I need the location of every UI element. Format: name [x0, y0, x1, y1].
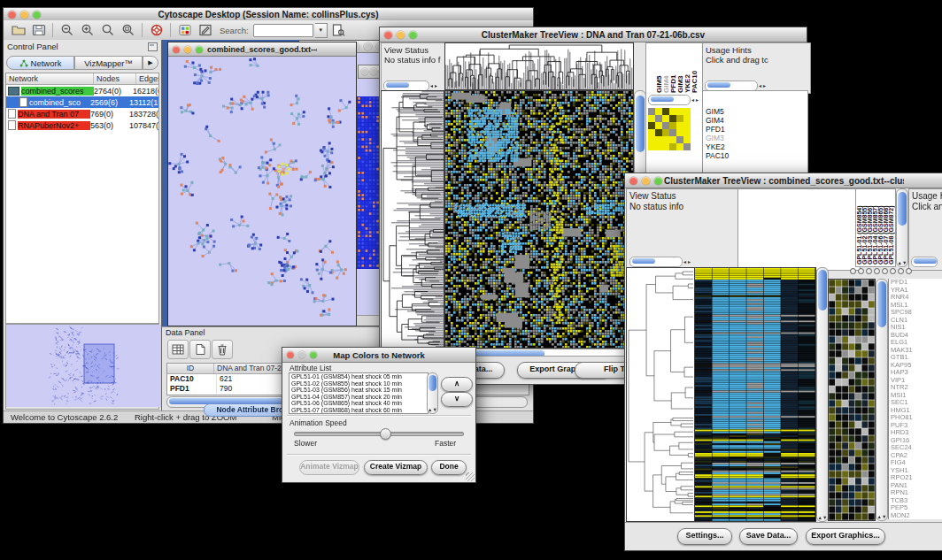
network-list-row[interactable]: DNA and Tran 07 769(0) 183728(0): [6, 108, 158, 119]
column-dendrogram-canvas[interactable]: [444, 42, 634, 90]
attribute-list-item[interactable]: GPL51-02 (GSM855) heat shock 10 min: [290, 380, 428, 387]
animation-speed-slider[interactable]: [294, 432, 464, 436]
search-dropdown-button[interactable]: ▼: [315, 23, 328, 38]
main-title-bar[interactable]: Cytoscape Desktop (Session Name: collins…: [4, 8, 533, 21]
treeview1-title-bar[interactable]: ClusterMaker TreeView : DNA and Tran 07-…: [380, 27, 807, 42]
network-name: combined_sco: [29, 98, 90, 107]
heatmap-canvas[interactable]: [444, 90, 634, 349]
close-button[interactable]: [287, 351, 294, 358]
summary-matrix-canvas[interactable]: [648, 108, 691, 150]
tab-network[interactable]: Network: [6, 56, 74, 70]
zoom-window-button[interactable]: [409, 31, 417, 39]
zoomed-heatmap-canvas[interactable]: [828, 279, 876, 521]
network-list-row[interactable]: combined_sco 2569(6) 13112(15): [6, 96, 158, 108]
gene-label[interactable]: YKE2: [706, 142, 807, 151]
network-graph-canvas[interactable]: [168, 57, 354, 325]
network-overview-canvas[interactable]: [6, 325, 161, 407]
done-button[interactable]: Done: [431, 460, 467, 475]
dialog-title-bar[interactable]: Map Colors to Network: [282, 348, 475, 363]
minimize-button[interactable]: [370, 68, 377, 75]
gene-label[interactable]: PFD1: [706, 125, 807, 134]
zoom-out-button[interactable]: [58, 22, 76, 39]
close-button[interactable]: [8, 11, 16, 19]
zoom-window-button[interactable]: [310, 351, 317, 358]
attribute-list-item[interactable]: GPL51-06 (GSM865) heat shock 40 min: [290, 400, 428, 407]
network-nodes-count: 2569(6): [90, 98, 129, 107]
gene-label[interactable]: PAC10: [706, 151, 807, 160]
column-labels-vscrollbar[interactable]: ▲▼: [896, 188, 908, 267]
zoom-window-button[interactable]: [196, 46, 203, 53]
move-down-button[interactable]: ∨: [441, 392, 473, 407]
network-view-title: combined_scores_good.txt--cluste...: [207, 45, 317, 54]
network-file-icon: [8, 109, 16, 119]
zoom-selected-button[interactable]: [98, 22, 117, 39]
zoom-window-button[interactable]: [654, 177, 662, 185]
divider: [287, 454, 471, 455]
attribute-list-item[interactable]: GPL51-03 (GSM856) heat shock 15 min: [290, 387, 428, 394]
gene-label[interactable]: GIM4: [706, 116, 807, 125]
column-label: PAC10: [691, 45, 699, 93]
export-graphics-button[interactable]: Export Graphics...: [806, 528, 885, 545]
gene-label[interactable]: MON2: [889, 512, 942, 520]
save-data-button[interactable]: Save Data...: [739, 528, 798, 545]
zoom-window-button[interactable]: [33, 11, 41, 19]
gene-label[interactable]: GIM5: [706, 107, 807, 116]
treeview2-title: ClusterMaker TreeView : combined_scores_…: [664, 176, 904, 186]
network-view-title-bar[interactable]: combined_scores_good.txt--cluste...: [168, 42, 356, 57]
new-attribute-button[interactable]: [189, 340, 211, 359]
network-list-row[interactable]: RNAPuberNov2+ 563(0) 107847(0): [6, 119, 158, 131]
minimize-button[interactable]: [364, 42, 372, 50]
resize-grip[interactable]: [466, 472, 475, 481]
zoom-in-button[interactable]: [78, 22, 97, 39]
heatmap-canvas[interactable]: [694, 267, 816, 522]
network-list-row[interactable]: combined_scores 2764(0) 16218(0): [6, 85, 158, 96]
row-dendrogram-canvas[interactable]: [626, 267, 695, 522]
minimize-button[interactable]: [184, 46, 191, 53]
attribute-list-vscrollbar[interactable]: ▲▼: [427, 372, 438, 414]
float-panel-icon[interactable]: [148, 42, 158, 51]
minimize-button[interactable]: [642, 177, 650, 185]
attribute-table-button[interactable]: [167, 340, 189, 359]
usage-hints-title: Usage Hi: [912, 191, 942, 202]
annotation-button[interactable]: [196, 22, 214, 39]
minimize-button[interactable]: [20, 11, 28, 19]
tab-overflow-button[interactable]: ▶: [143, 56, 158, 70]
view-status-scrollbar[interactable]: ◂▸: [629, 257, 691, 267]
column-dendrogram-panel[interactable]: [737, 188, 861, 271]
save-button[interactable]: [29, 22, 48, 39]
gene-label[interactable]: GIM3: [706, 134, 807, 142]
treeview2-button-bar: Settings... Save Data... Export Graphics…: [625, 522, 942, 550]
close-button[interactable]: [361, 68, 368, 75]
row-dendrogram-canvas[interactable]: [381, 90, 444, 349]
attribute-list-item[interactable]: GPL51-04 (GSM857) heat shock 20 min: [290, 394, 428, 401]
attribute-list-item[interactable]: GPL51-01 (GSM854) heat shock 05 min: [290, 373, 428, 380]
close-button[interactable]: [173, 46, 180, 53]
gene-label-list: PFD1YRA1RNR4MSL1SPC98CLN1NIS1BUD4ELG1MAK…: [888, 279, 942, 519]
open-file-button[interactable]: [9, 22, 27, 39]
tab-vizmapper[interactable]: VizMapper™: [74, 56, 143, 70]
close-button[interactable]: [629, 177, 637, 185]
network-list-header[interactable]: Network Nodes Edges: [6, 73, 158, 85]
slider-thumb[interactable]: [380, 428, 391, 440]
delete-attribute-trash-button[interactable]: [212, 340, 233, 359]
animate-vizmap-button[interactable]: Animate Vizmap: [299, 460, 359, 475]
zoomed-heatmap-vscrollbar[interactable]: ▲▼: [876, 279, 888, 521]
vizmapper-palette-button[interactable]: [175, 22, 194, 39]
move-up-button[interactable]: ∧: [441, 377, 473, 392]
zoom-fit-button[interactable]: [119, 22, 137, 39]
close-button[interactable]: [384, 31, 392, 39]
search-options-button[interactable]: [329, 22, 348, 39]
heatmap-vscrollbar[interactable]: ▲▼: [816, 267, 829, 522]
minimize-button[interactable]: [397, 31, 405, 39]
help-lifebuoy-button[interactable]: [147, 22, 166, 39]
usage-hints-scrollbar[interactable]: [911, 257, 938, 267]
search-input[interactable]: [253, 24, 313, 37]
node-id-cell: PAC10: [167, 374, 217, 384]
treeview2-title-bar[interactable]: ClusterMaker TreeView : combined_scores_…: [625, 173, 942, 188]
settings-button[interactable]: Settings...: [677, 528, 732, 545]
attribute-list-item[interactable]: GPL51-07 (GSM868) heat shock 60 min: [290, 407, 428, 414]
create-vizmap-button[interactable]: Create Vizmap: [364, 460, 428, 475]
network-list-body: combined_scores 2764(0) 16218(0) combine…: [6, 85, 158, 131]
minimize-button[interactable]: [298, 351, 305, 358]
summary-scrollbar[interactable]: ◂▸: [648, 95, 699, 105]
